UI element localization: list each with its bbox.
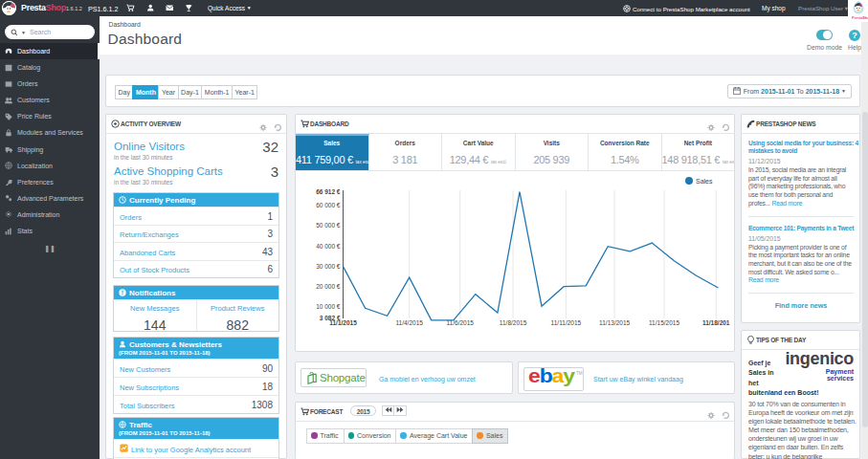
- svg-text:10 000 €: 10 000 €: [316, 303, 341, 310]
- svg-text:11/13/2015: 11/13/2015: [599, 319, 630, 326]
- svg-text:30 000 €: 30 000 €: [316, 263, 341, 270]
- svg-text:11/8/2015: 11/8/2015: [500, 319, 527, 326]
- svg-text:11/18/201: 11/18/201: [702, 319, 730, 326]
- svg-text:11/1/2015: 11/1/2015: [329, 319, 357, 326]
- svg-text:11/15/2015: 11/15/2015: [649, 319, 679, 326]
- svg-text:40 000 €: 40 000 €: [316, 243, 341, 250]
- svg-text:Sales: Sales: [696, 178, 713, 185]
- svg-text:50 000 €: 50 000 €: [316, 222, 341, 229]
- svg-text:11/11/2015: 11/11/2015: [551, 319, 582, 326]
- svg-text:66 912 €: 66 912 €: [316, 188, 341, 195]
- svg-text:20 000 €: 20 000 €: [316, 283, 341, 290]
- svg-text:11/4/2015: 11/4/2015: [395, 319, 423, 326]
- svg-text:60 000 €: 60 000 €: [316, 202, 341, 208]
